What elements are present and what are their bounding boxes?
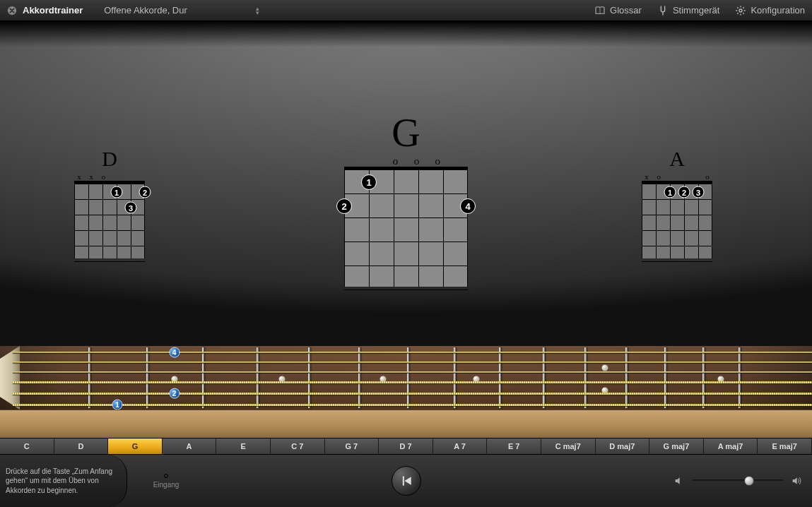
chord-button[interactable]: D maj7: [596, 439, 650, 454]
chord-button[interactable]: E maj7: [758, 439, 812, 454]
volume-knob[interactable]: [744, 476, 754, 486]
fret-wire: [358, 347, 360, 408]
chord-diagram-left[interactable]: Dxxo123: [74, 148, 145, 258]
settings-label: Konfiguration: [751, 5, 805, 16]
glossary-label: Glossar: [610, 5, 642, 16]
app-title: Akkordtrainer: [23, 5, 83, 16]
close-icon[interactable]: [7, 6, 17, 16]
chord-diagram-right[interactable]: Axoo123: [642, 148, 712, 258]
lesson-select-label: Offene Akkorde, Dur: [104, 5, 187, 16]
fret-inlay: [602, 365, 608, 371]
guitar-string[interactable]: [13, 371, 812, 373]
finger-dot: 3: [125, 202, 137, 214]
chord-button[interactable]: D: [54, 439, 109, 454]
skip-to-start-icon: [399, 474, 413, 488]
chevron-updown-icon: ▴▾: [256, 6, 259, 15]
svg-point-1: [739, 9, 742, 12]
gear-icon: [735, 5, 746, 16]
tuner-button[interactable]: Stimmgerät: [657, 5, 719, 16]
chord-grid: 124: [344, 167, 468, 287]
chord-button[interactable]: C maj7: [541, 439, 596, 454]
finger-dot: 4: [460, 198, 476, 214]
chord-button[interactable]: G: [108, 439, 163, 454]
tuning-fork-icon: [657, 5, 669, 16]
input-label: Eingang: [153, 481, 180, 489]
chord-selector-row: CDGAEC 7G 7D 7A 7E 7C maj7D maj7G maj7A …: [0, 438, 812, 455]
fret-wire: [664, 347, 666, 408]
volume-slider[interactable]: [692, 479, 784, 482]
fret-wire: [308, 347, 310, 408]
fret-wire: [407, 347, 409, 408]
fret-wire: [625, 347, 628, 408]
chord-button[interactable]: G 7: [325, 439, 379, 454]
chord-button[interactable]: A 7: [433, 439, 488, 454]
finger-dot: 3: [693, 186, 705, 198]
chord-string-markers: xxo: [74, 172, 145, 181]
fretboard-finger-dot: 2: [169, 388, 180, 399]
finger-dot: 1: [664, 186, 676, 198]
volume-low-icon[interactable]: [673, 475, 685, 487]
chord-string-markers: xoo: [642, 172, 712, 181]
volume-high-icon[interactable]: [791, 475, 802, 487]
chord-diagram-center[interactable]: Gooo124: [344, 113, 468, 287]
fret-wire: [257, 347, 259, 408]
fretboard-finger-dot: 1: [112, 400, 123, 410]
glossary-button[interactable]: Glossar: [594, 5, 642, 16]
guitar-body: [0, 410, 812, 438]
book-icon: [594, 5, 606, 16]
hint-bubble: Drücke auf die Taste „Zum Anfang gehen“ …: [0, 455, 127, 507]
chord-name: D: [74, 148, 145, 169]
chord-button[interactable]: D 7: [379, 439, 433, 454]
chord-name: A: [642, 148, 712, 169]
guitar-string[interactable]: [13, 393, 812, 395]
chord-grid: 123: [74, 181, 145, 258]
fret-wire: [88, 347, 90, 408]
chord-button[interactable]: A: [163, 439, 217, 454]
guitar-fretboard[interactable]: 142: [0, 346, 812, 438]
input-indicator[interactable]: Eingang: [145, 455, 187, 507]
chord-stage: Dxxo123 Gooo124 Axoo123: [0, 21, 812, 346]
chord-grid: 123: [642, 181, 712, 258]
fret-wire: [454, 347, 456, 408]
chord-button[interactable]: E: [216, 439, 271, 454]
fret-wire: [584, 347, 587, 408]
lesson-select[interactable]: Offene Akkorde, Dur ▴▾: [104, 5, 259, 16]
chord-button[interactable]: E 7: [487, 439, 541, 454]
settings-button[interactable]: Konfiguration: [735, 5, 805, 16]
hint-text: Drücke auf die Taste „Zum Anfang gehen“ …: [6, 467, 115, 496]
guitar-string[interactable]: [13, 352, 812, 353]
chord-button[interactable]: C: [0, 439, 54, 454]
top-bar: Akkordtrainer Offene Akkorde, Dur ▴▾ Glo…: [0, 0, 812, 21]
fretboard-finger-dot: 4: [169, 347, 180, 358]
input-led-icon: [164, 474, 168, 478]
fret-wire: [739, 347, 741, 408]
tuner-label: Stimmgerät: [673, 5, 719, 16]
guitar-string[interactable]: [13, 362, 812, 363]
finger-dot: 2: [678, 186, 690, 198]
guitar-string[interactable]: [13, 404, 812, 406]
fret-wire: [543, 347, 545, 408]
chord-button[interactable]: G maj7: [649, 439, 704, 454]
chord-string-markers: ooo: [344, 155, 468, 167]
finger-dot: 1: [111, 186, 123, 198]
fret-wire: [499, 347, 501, 408]
fret-wire: [146, 347, 148, 408]
finger-dot: 1: [361, 174, 377, 190]
chord-name: G: [344, 113, 468, 153]
chord-button[interactable]: C 7: [271, 439, 325, 454]
guitar-string[interactable]: [13, 381, 812, 383]
go-to-start-button[interactable]: [392, 466, 421, 496]
fret-wire: [202, 347, 204, 408]
finger-dot: 2: [139, 186, 151, 198]
footer-bar: Drücke auf die Taste „Zum Anfang gehen“ …: [0, 455, 812, 507]
chord-button[interactable]: A maj7: [704, 439, 758, 454]
finger-dot: 2: [336, 198, 352, 214]
volume-control: [673, 475, 802, 487]
fret-wire: [702, 347, 705, 408]
